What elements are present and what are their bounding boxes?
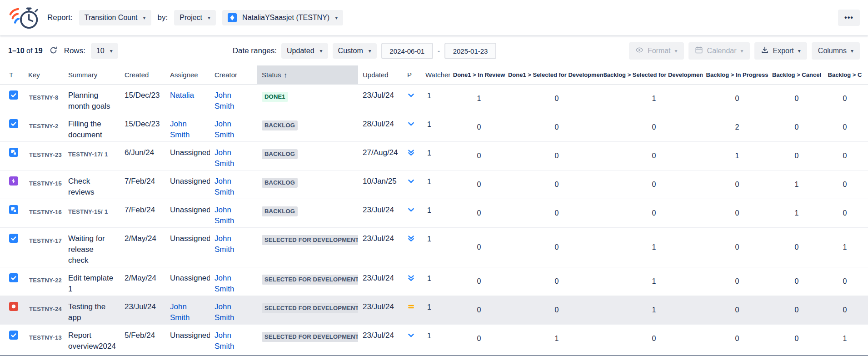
column-header-backlog-cancel[interactable]: Backlog > Cancel — [772, 65, 822, 84]
pagination-group: 1–10 of 19 Rows: 10 ▾ — [8, 43, 118, 59]
assignee-link[interactable]: John Smith — [170, 302, 190, 322]
transition-count: 1 — [843, 242, 847, 253]
issue-type-cell — [0, 142, 24, 170]
issue-summary: Check reviews — [68, 177, 95, 196]
transition-count: 0 — [735, 242, 739, 253]
table-row[interactable]: TESTNY-6Report overview15/Dec/23John Smi… — [0, 353, 868, 356]
assignee-link[interactable]: John Smith — [170, 120, 190, 139]
creator-link[interactable]: John Smith — [215, 274, 234, 293]
report-type-select[interactable]: Transition Count ▾ — [79, 10, 151, 25]
transition-count: 0 — [555, 305, 559, 316]
assignee-text: Unassigned — [170, 234, 210, 243]
column-header-backlog-selected-for-development[interactable]: Backlog > Selected for Development — [605, 65, 703, 84]
updated-date-cell: 27/Aug/24 — [358, 142, 403, 170]
column-header-updated[interactable]: Updated — [358, 65, 403, 84]
assignee-cell: Unassigned — [165, 142, 210, 170]
issue-key: TESTNY-16 — [29, 209, 62, 216]
priority-lowest-icon — [407, 274, 415, 282]
created-date-cell: 15/Dec/23 — [120, 85, 165, 113]
priority-cell — [403, 267, 421, 296]
transition-count-cell: 0 — [772, 85, 822, 113]
transition-count: 0 — [795, 93, 799, 104]
transition-count: 0 — [652, 333, 656, 344]
issue-summary-cell: Check reviews — [64, 170, 120, 199]
date-mode-select[interactable]: Custom ▾ — [333, 43, 377, 59]
top-header: Report: Transition Count ▾ by: Project ▾… — [0, 0, 868, 35]
transition-count-cell: 1 — [822, 228, 868, 267]
transition-count-cell: 0 — [772, 325, 822, 353]
column-header-label: Updated — [363, 71, 389, 79]
calendar-button: Calendar ▾ — [688, 42, 750, 60]
column-header-done1-selected-for-development[interactable]: Done1 > Selected for Development — [508, 65, 605, 84]
creator-link[interactable]: John Smith — [215, 91, 234, 110]
watchers-cell: 1 — [421, 85, 450, 113]
date-field-select[interactable]: Updated ▾ — [281, 43, 328, 59]
column-header-summary[interactable]: Summary — [64, 65, 120, 84]
status-lozenge: BACKLOG — [262, 178, 298, 188]
table-row[interactable]: TESTNY-13Report overview20245/Feb/24Unas… — [0, 325, 868, 353]
creator-link[interactable]: John Smith — [215, 206, 234, 225]
column-header-status[interactable]: Status↑ — [257, 65, 358, 84]
table-row[interactable]: TESTNY-22Edit template 12/May/24Unassign… — [0, 267, 868, 296]
column-header-creator[interactable]: Creator — [210, 65, 257, 84]
table-row[interactable]: TESTNY-15Check reviews7/Feb/24Unassigned… — [0, 170, 868, 199]
column-header-done1-in-review[interactable]: Done1 > In Review — [450, 65, 508, 84]
column-header-backlog-in-progress[interactable]: Backlog > In Progress — [703, 65, 772, 84]
creator-cell: John Smith — [210, 85, 257, 113]
issue-key-cell: TESTNY-6 — [24, 353, 64, 356]
creator-link[interactable]: John Smith — [215, 177, 234, 196]
transition-count: 0 — [477, 179, 481, 190]
project-select[interactable]: NataliaYSaasjet (TESTNY) ▾ — [222, 10, 343, 25]
assignee-link[interactable]: Natalia — [170, 91, 194, 100]
transition-count-cell: 0 — [605, 113, 703, 141]
app-logo-icon — [8, 5, 41, 31]
transition-count: 0 — [735, 208, 739, 219]
table-row[interactable]: TESTNY-23TESTNY-17/ 16/Jun/24UnassignedJ… — [0, 142, 868, 170]
date-to-input[interactable] — [444, 43, 496, 59]
creator-link[interactable]: John Smith — [215, 148, 234, 168]
of-label: of — [26, 47, 32, 55]
column-header-watchers[interactable]: Watchers — [421, 65, 450, 84]
rows-per-page-select[interactable]: 10 ▾ — [91, 43, 118, 59]
transition-count-cell: 0 — [703, 296, 772, 324]
created-date: 6/Jun/24 — [125, 148, 154, 157]
format-button: Format ▾ — [629, 42, 684, 60]
task-type-icon — [9, 90, 18, 100]
creator-link[interactable]: John Smith — [215, 302, 234, 322]
created-date-cell: 7/Feb/24 — [120, 199, 165, 227]
creator-link[interactable]: John Smith — [215, 234, 234, 254]
column-header-assignee[interactable]: Assignee — [165, 65, 210, 84]
transition-count-cell: 0 — [772, 228, 822, 267]
table-row[interactable]: TESTNY-8Planning month goals15/Dec/23Nat… — [0, 85, 868, 113]
transition-count-cell: 0 — [450, 296, 508, 324]
date-field-value: Updated — [287, 47, 314, 55]
refresh-button[interactable] — [48, 45, 59, 57]
column-header-key[interactable]: Key — [24, 65, 64, 84]
transition-count-cell: 0 — [703, 199, 772, 227]
date-from-input[interactable] — [381, 43, 433, 59]
creator-link[interactable]: John Smith — [215, 331, 234, 351]
transition-count-cell: 1 — [508, 325, 605, 353]
priority-cell — [403, 113, 421, 141]
column-header-backlog-c[interactable]: Backlog > C — [822, 65, 868, 84]
created-date-cell: 6/Jun/24 — [120, 142, 165, 170]
table-row[interactable]: TESTNY-2Filling the document15/Dec/23Joh… — [0, 113, 868, 142]
status-cell: BACKLOG — [257, 199, 358, 227]
table-row[interactable]: TESTNY-16TESTNY-15/ 17/Feb/24UnassignedJ… — [0, 199, 868, 228]
table-row[interactable]: TESTNY-17Waiting for release check2/May/… — [0, 228, 868, 267]
column-header-t[interactable]: T — [0, 65, 24, 84]
column-header-label: Creator — [215, 71, 237, 79]
created-date: 23/Jul/24 — [125, 302, 156, 311]
columns-button[interactable]: Columns ▾ — [812, 42, 860, 60]
page-range: 1–10 — [8, 47, 25, 55]
updated-date: 28/Jul/24 — [363, 120, 394, 128]
issue-summary: Edit template 1 — [68, 274, 113, 293]
more-options-button[interactable]: ••• — [838, 10, 860, 26]
export-button[interactable]: Export ▾ — [754, 42, 807, 60]
column-header-created[interactable]: Created — [120, 65, 165, 84]
column-header-p[interactable]: P — [403, 65, 421, 84]
updated-date-cell: 28/Jul/24 — [358, 113, 403, 141]
creator-link[interactable]: John Smith — [215, 120, 234, 139]
table-row[interactable]: TESTNY-24Testing the app23/Jul/24John Sm… — [0, 296, 868, 325]
group-by-select[interactable]: Project ▾ — [174, 10, 216, 25]
